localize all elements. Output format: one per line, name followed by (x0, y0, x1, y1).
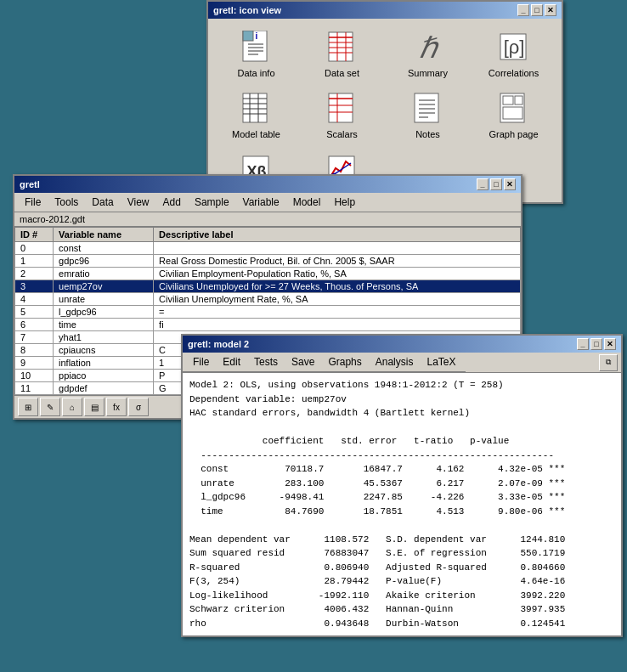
cell-label: Civilians Unemployed for >= 27 Weeks, Th… (154, 280, 521, 293)
model-title: gretl: model 2 (188, 339, 249, 349)
cell-name: time (54, 319, 154, 331)
data-info-label: Data info (237, 68, 274, 78)
model-titlebar: gretl: model 2 _ □ ✕ (183, 336, 621, 353)
menu-add[interactable]: Add (156, 195, 188, 210)
icon-scalars[interactable]: Scalars (302, 88, 381, 143)
cell-id: 0 (15, 242, 54, 255)
icon-data-set[interactable]: Data set (302, 27, 381, 82)
table-row[interactable]: 6timefi (15, 319, 521, 331)
menu-model[interactable]: Model (286, 195, 328, 210)
cell-id: 2 (15, 268, 54, 280)
menu-sample[interactable]: Sample (188, 195, 236, 210)
model-close-btn[interactable]: ✕ (604, 338, 616, 350)
table-row[interactable]: 2emratioCivilian Employment-Population R… (15, 268, 521, 280)
table-row[interactable]: 5l_gdpc96= (15, 306, 521, 319)
model-maximize-btn[interactable]: □ (590, 338, 602, 350)
main-titlebar: gretl _ □ ✕ (14, 176, 521, 193)
main-maximize-btn[interactable]: □ (490, 178, 502, 190)
model-titlebar-buttons: _ □ ✕ (577, 338, 616, 350)
cell-id: 4 (15, 293, 54, 306)
toolbar-btn-1[interactable]: ⊞ (18, 398, 38, 416)
svg-rect-35 (500, 93, 524, 122)
model-menu-save[interactable]: Save (285, 354, 321, 370)
cell-id: 10 (15, 370, 54, 382)
toolbar-btn-3[interactable]: ⌂ (62, 398, 82, 416)
model-content: Model 2: OLS, using observations 1948:1-… (183, 373, 621, 635)
table-row[interactable]: 4unrateCivilian Unemployment Rate, %, SA (15, 293, 521, 306)
model-menu-latex[interactable]: LaTeX (420, 354, 462, 370)
menu-variable[interactable]: Variable (236, 195, 286, 210)
model-table-label: Model table (232, 129, 280, 139)
model-menu-bar: File Edit Tests Save Graphs Analysis LaT… (183, 353, 466, 372)
svg-rect-7 (329, 32, 353, 61)
model-menu-edit[interactable]: Edit (216, 354, 247, 370)
col-id: ID # (15, 228, 54, 242)
correlations-label: Correlations (489, 68, 539, 78)
close-btn[interactable]: ✕ (545, 4, 556, 16)
svg-text:ℏ: ℏ (419, 31, 439, 64)
maximize-btn[interactable]: □ (531, 4, 543, 16)
model-menu-file[interactable]: File (186, 354, 216, 370)
icon-view-titlebar: gretl: icon view _ □ ✕ (208, 2, 562, 19)
cell-label: fi (154, 319, 521, 331)
svg-rect-1 (243, 31, 253, 41)
svg-rect-17 (243, 93, 267, 122)
table-row[interactable]: 0const (15, 242, 521, 255)
copy-button[interactable]: ⧉ (599, 354, 618, 371)
menu-view[interactable]: View (121, 195, 156, 210)
table-row[interactable]: 1gdpc96Real Gross Domestic Product, Bil.… (15, 255, 521, 268)
cell-id: 9 (15, 357, 54, 370)
cell-id: 1 (15, 255, 54, 268)
cell-name: cpiaucns (54, 344, 154, 357)
model-window: gretl: model 2 _ □ ✕ File Edit Tests Sav… (181, 334, 623, 637)
toolbar-btn-4[interactable]: ▤ (84, 398, 104, 416)
col-label: Descriptive label (154, 228, 521, 242)
main-close-btn[interactable]: ✕ (504, 178, 516, 190)
cell-id: 11 (15, 382, 54, 395)
minimize-btn[interactable]: _ (517, 4, 529, 16)
titlebar-buttons: _ □ ✕ (517, 4, 556, 16)
icon-correlations[interactable]: [ρ] Correlations (474, 27, 553, 82)
cell-name: const (54, 242, 154, 255)
graph-page-label: Graph page (489, 129, 538, 139)
svg-rect-24 (329, 93, 353, 122)
menu-tools[interactable]: Tools (48, 195, 85, 210)
summary-label: Summary (408, 68, 448, 78)
data-set-icon (325, 31, 359, 65)
toolbar-btn-2[interactable]: ✎ (40, 398, 60, 416)
menu-data[interactable]: Data (85, 195, 120, 210)
correlations-icon: [ρ] (497, 31, 531, 65)
data-set-label: Data set (325, 68, 359, 78)
cell-label: Real Gross Domestic Product, Bil. of Chn… (154, 255, 521, 268)
model-menu-analysis[interactable]: Analysis (369, 354, 421, 370)
main-menu-bar: File Tools Data View Add Sample Variable… (14, 193, 521, 212)
model-menu-tests[interactable]: Tests (247, 354, 285, 370)
dataset-label: macro-2012.gdt (14, 212, 521, 227)
cell-name: inflation (54, 357, 154, 370)
model-table-icon (240, 92, 274, 126)
main-minimize-btn[interactable]: _ (477, 178, 489, 190)
scalars-icon (325, 92, 359, 126)
icon-model-table[interactable]: Model table (217, 88, 296, 143)
cell-id: 5 (15, 306, 54, 319)
model-minimize-btn[interactable]: _ (577, 338, 589, 350)
cell-name: emratio (54, 268, 154, 280)
notes-label: Notes (415, 129, 440, 139)
menu-help[interactable]: Help (327, 195, 362, 210)
summary-icon: ℏ (411, 31, 445, 65)
icon-graph-page[interactable]: Graph page (474, 88, 553, 143)
model-menu-graphs[interactable]: Graphs (321, 354, 368, 370)
cell-id: 6 (15, 319, 54, 331)
svg-rect-29 (415, 93, 438, 122)
toolbar-btn-5[interactable]: fx (106, 398, 127, 416)
icon-view-title: gretl: icon view (213, 5, 281, 15)
cell-name: gdpc96 (54, 255, 154, 268)
cell-label: Civilian Employment-Population Ratio, %,… (154, 268, 521, 280)
icon-data-info[interactable]: i Data info (217, 27, 296, 82)
icon-notes[interactable]: Notes (388, 88, 467, 143)
icon-summary[interactable]: ℏ Summary (388, 27, 467, 82)
menu-file[interactable]: File (18, 195, 48, 210)
icon-view-window: gretl: icon view _ □ ✕ i Data info (206, 0, 563, 204)
toolbar-btn-6[interactable]: σ (128, 398, 149, 416)
table-row[interactable]: 3uemp27ovCivilians Unemployed for >= 27 … (15, 280, 521, 293)
